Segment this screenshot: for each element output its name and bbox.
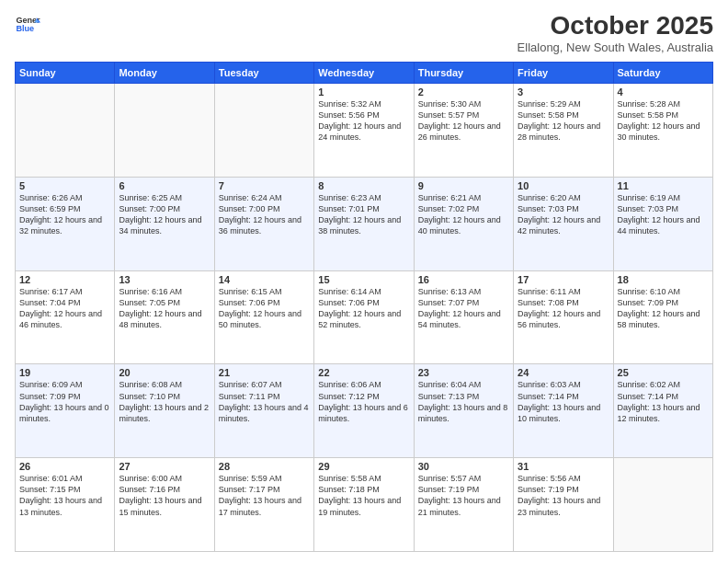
cell-w4-d1: 19Sunrise: 6:09 AMSunset: 7:09 PMDayligh… (16, 364, 115, 458)
day-number: 11 (618, 180, 709, 191)
day-info: Sunrise: 5:28 AMSunset: 5:58 PMDaylight:… (618, 98, 709, 144)
day-info: Sunrise: 6:10 AMSunset: 7:09 PMDaylight:… (618, 286, 709, 331)
day-number: 10 (518, 180, 609, 191)
day-info: Sunrise: 6:14 AMSunset: 7:06 PMDaylight:… (318, 286, 409, 331)
day-info: Sunrise: 6:20 AMSunset: 7:03 PMDaylight:… (518, 192, 609, 237)
cell-w3-d4: 15Sunrise: 6:14 AMSunset: 7:06 PMDayligh… (314, 270, 414, 364)
day-number: 5 (19, 180, 110, 191)
day-info: Sunrise: 5:32 AMSunset: 5:56 PMDaylight:… (318, 98, 409, 144)
day-info: Sunrise: 5:59 AMSunset: 7:17 PMDaylight:… (219, 473, 310, 518)
day-info: Sunrise: 5:56 AMSunset: 7:19 PMDaylight:… (518, 473, 609, 518)
day-info: Sunrise: 6:17 AMSunset: 7:04 PMDaylight:… (19, 286, 110, 331)
cell-w3-d7: 18Sunrise: 6:10 AMSunset: 7:09 PMDayligh… (613, 270, 712, 364)
day-number: 9 (418, 180, 509, 191)
day-number: 24 (518, 367, 609, 378)
title-block: October 2025 Ellalong, New South Wales, … (518, 11, 713, 54)
day-info: Sunrise: 6:07 AMSunset: 7:11 PMDaylight:… (219, 379, 310, 424)
day-info: Sunrise: 6:00 AMSunset: 7:16 PMDaylight:… (119, 473, 210, 518)
header-saturday: Saturday (613, 63, 712, 84)
cell-w4-d4: 22Sunrise: 6:06 AMSunset: 7:12 PMDayligh… (314, 364, 414, 458)
cell-w5-d7 (613, 458, 712, 552)
cell-w2-d6: 10Sunrise: 6:20 AMSunset: 7:03 PMDayligh… (514, 177, 613, 270)
header-thursday: Thursday (414, 63, 513, 84)
cell-w5-d3: 28Sunrise: 5:59 AMSunset: 7:17 PMDayligh… (214, 458, 313, 552)
month-title: October 2025 (518, 11, 713, 40)
day-number: 17 (518, 274, 609, 285)
header-sunday: Sunday (16, 63, 115, 84)
day-info: Sunrise: 6:01 AMSunset: 7:15 PMDaylight:… (19, 473, 110, 518)
week-row-5: 26Sunrise: 6:01 AMSunset: 7:15 PMDayligh… (16, 458, 713, 552)
cell-w2-d5: 9Sunrise: 6:21 AMSunset: 7:02 PMDaylight… (414, 177, 513, 270)
cell-w2-d7: 11Sunrise: 6:19 AMSunset: 7:03 PMDayligh… (613, 177, 712, 270)
day-info: Sunrise: 6:11 AMSunset: 7:08 PMDaylight:… (518, 286, 609, 331)
day-number: 19 (19, 367, 110, 378)
cell-w5-d6: 31Sunrise: 5:56 AMSunset: 7:19 PMDayligh… (514, 458, 613, 552)
cell-w1-d5: 2Sunrise: 5:30 AMSunset: 5:57 PMDaylight… (414, 84, 513, 178)
cell-w4-d2: 20Sunrise: 6:08 AMSunset: 7:10 PMDayligh… (115, 364, 214, 458)
cell-w3-d6: 17Sunrise: 6:11 AMSunset: 7:08 PMDayligh… (514, 270, 613, 364)
cell-w5-d4: 29Sunrise: 5:58 AMSunset: 7:18 PMDayligh… (314, 458, 414, 552)
cell-w4-d3: 21Sunrise: 6:07 AMSunset: 7:11 PMDayligh… (214, 364, 313, 458)
day-info: Sunrise: 6:03 AMSunset: 7:14 PMDaylight:… (518, 379, 609, 424)
day-number: 6 (119, 180, 210, 191)
week-row-1: 1Sunrise: 5:32 AMSunset: 5:56 PMDaylight… (16, 84, 713, 178)
cell-w4-d7: 25Sunrise: 6:02 AMSunset: 7:14 PMDayligh… (613, 364, 712, 458)
cell-w5-d2: 27Sunrise: 6:00 AMSunset: 7:16 PMDayligh… (115, 458, 214, 552)
day-number: 20 (119, 367, 210, 378)
cell-w3-d1: 12Sunrise: 6:17 AMSunset: 7:04 PMDayligh… (16, 270, 115, 364)
day-info: Sunrise: 6:23 AMSunset: 7:01 PMDaylight:… (318, 192, 409, 237)
cell-w2-d1: 5Sunrise: 6:26 AMSunset: 6:59 PMDaylight… (16, 177, 115, 270)
day-number: 26 (19, 461, 110, 472)
day-number: 14 (219, 274, 310, 285)
day-number: 21 (219, 367, 310, 378)
header-wednesday: Wednesday (314, 63, 414, 84)
day-number: 28 (219, 461, 310, 472)
cell-w1-d2 (115, 84, 214, 178)
day-number: 31 (518, 461, 609, 472)
week-row-3: 12Sunrise: 6:17 AMSunset: 7:04 PMDayligh… (16, 270, 713, 364)
day-info: Sunrise: 6:06 AMSunset: 7:12 PMDaylight:… (318, 379, 409, 424)
cell-w1-d7: 4Sunrise: 5:28 AMSunset: 5:58 PMDaylight… (613, 84, 712, 178)
day-number: 16 (418, 274, 509, 285)
day-number: 8 (318, 180, 409, 191)
week-row-2: 5Sunrise: 6:26 AMSunset: 6:59 PMDaylight… (16, 177, 713, 270)
day-info: Sunrise: 5:29 AMSunset: 5:58 PMDaylight:… (518, 98, 609, 144)
logo: General Blue (15, 11, 40, 37)
cell-w1-d4: 1Sunrise: 5:32 AMSunset: 5:56 PMDaylight… (314, 84, 414, 178)
cell-w2-d2: 6Sunrise: 6:25 AMSunset: 7:00 PMDaylight… (115, 177, 214, 270)
day-info: Sunrise: 6:08 AMSunset: 7:10 PMDaylight:… (119, 379, 210, 424)
page: General Blue October 2025 Ellalong, New … (0, 0, 728, 563)
day-number: 25 (618, 367, 709, 378)
cell-w4-d6: 24Sunrise: 6:03 AMSunset: 7:14 PMDayligh… (514, 364, 613, 458)
cell-w1-d6: 3Sunrise: 5:29 AMSunset: 5:58 PMDaylight… (514, 84, 613, 178)
day-number: 18 (618, 274, 709, 285)
cell-w3-d3: 14Sunrise: 6:15 AMSunset: 7:06 PMDayligh… (214, 270, 313, 364)
day-info: Sunrise: 6:16 AMSunset: 7:05 PMDaylight:… (119, 286, 210, 331)
calendar-table: Sunday Monday Tuesday Wednesday Thursday… (15, 62, 713, 552)
weekday-header-row: Sunday Monday Tuesday Wednesday Thursday… (16, 63, 713, 84)
day-info: Sunrise: 6:24 AMSunset: 7:00 PMDaylight:… (219, 192, 310, 237)
location: Ellalong, New South Wales, Australia (518, 40, 713, 54)
day-info: Sunrise: 6:04 AMSunset: 7:13 PMDaylight:… (418, 379, 509, 424)
day-number: 1 (318, 86, 409, 98)
day-info: Sunrise: 6:13 AMSunset: 7:07 PMDaylight:… (418, 286, 509, 331)
day-number: 13 (119, 274, 210, 285)
day-info: Sunrise: 6:15 AMSunset: 7:06 PMDaylight:… (219, 286, 310, 331)
header-monday: Monday (115, 63, 214, 84)
header-tuesday: Tuesday (214, 63, 313, 84)
day-info: Sunrise: 6:21 AMSunset: 7:02 PMDaylight:… (418, 192, 509, 237)
header: General Blue October 2025 Ellalong, New … (15, 11, 713, 54)
day-info: Sunrise: 5:57 AMSunset: 7:19 PMDaylight:… (418, 473, 509, 518)
cell-w5-d1: 26Sunrise: 6:01 AMSunset: 7:15 PMDayligh… (16, 458, 115, 552)
day-info: Sunrise: 5:58 AMSunset: 7:18 PMDaylight:… (318, 473, 409, 518)
day-number: 23 (418, 367, 509, 378)
day-info: Sunrise: 5:30 AMSunset: 5:57 PMDaylight:… (418, 98, 509, 144)
day-number: 27 (119, 461, 210, 472)
cell-w1-d3 (214, 84, 313, 178)
svg-text:Blue: Blue (16, 24, 34, 33)
day-info: Sunrise: 6:19 AMSunset: 7:03 PMDaylight:… (618, 192, 709, 237)
week-row-4: 19Sunrise: 6:09 AMSunset: 7:09 PMDayligh… (16, 364, 713, 458)
day-number: 2 (418, 86, 509, 98)
logo-icon: General Blue (15, 11, 40, 37)
day-number: 30 (418, 461, 509, 472)
